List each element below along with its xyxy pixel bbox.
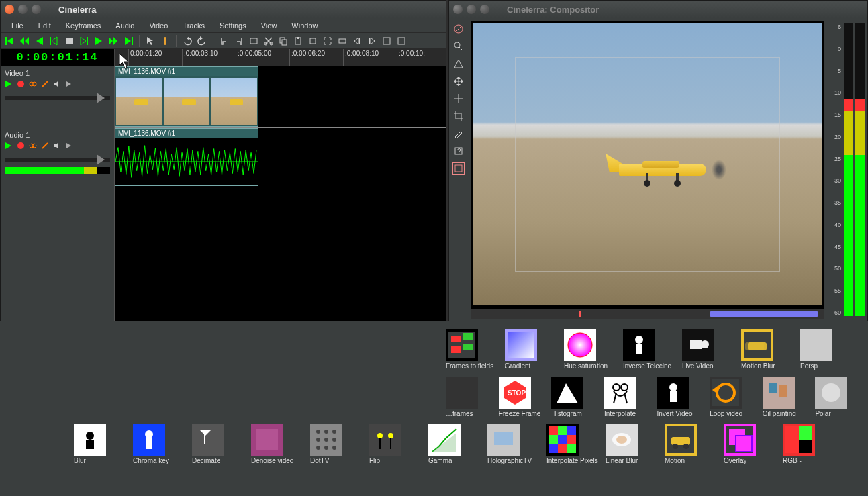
redo-icon[interactable]	[197, 36, 207, 46]
effect-item[interactable]: Motion	[665, 424, 721, 464]
svg-point-147	[673, 444, 678, 449]
camera-tool-icon[interactable]	[452, 75, 465, 88]
effect-item[interactable]: Chroma key	[133, 424, 189, 464]
effect-item[interactable]: Persp	[800, 329, 857, 370]
effect-item[interactable]: Linear Blur	[606, 424, 662, 464]
effect-item[interactable]: Motion Blur	[741, 329, 798, 370]
to-clip-icon[interactable]	[248, 36, 259, 46]
track-play-icon[interactable]	[5, 142, 13, 151]
arrow-tool-icon[interactable]	[145, 36, 156, 46]
track-fader[interactable]	[5, 96, 110, 100]
fast-forward-icon[interactable]	[108, 36, 119, 46]
effect-item[interactable]: Loop video	[710, 377, 760, 417]
titlesafe-icon[interactable]	[452, 162, 465, 175]
effect-item[interactable]: Frames to fields	[446, 329, 502, 370]
track-play-icon[interactable]	[5, 80, 13, 89]
effect-item[interactable]: Decimate	[192, 424, 248, 464]
menu-video[interactable]: Video	[144, 20, 173, 31]
effect-item[interactable]: Flip	[369, 424, 426, 464]
toolinfo-icon[interactable]: ?	[452, 144, 465, 158]
menu-window[interactable]: Window	[286, 20, 323, 31]
goto-end-icon[interactable]	[123, 36, 134, 46]
compositor-scrollbar[interactable]	[471, 309, 824, 319]
fit-icon[interactable]	[322, 36, 333, 46]
copy-icon[interactable]	[278, 36, 289, 46]
zoom-tool-icon[interactable]	[452, 40, 465, 53]
track-record-icon[interactable]	[17, 80, 25, 89]
effect-item[interactable]: Gradient	[505, 329, 561, 370]
track-gang-icon[interactable]	[29, 80, 37, 89]
ruler-ticks[interactable]: 0:00:01:20 :0:00:03:10 :0:00:05:00 :0:00…	[115, 49, 446, 66]
label-icon[interactable]	[307, 36, 318, 46]
rewind-icon[interactable]	[19, 36, 30, 46]
effect-item[interactable]: …frames	[446, 377, 496, 417]
effect-item[interactable]: HolographicTV	[487, 424, 544, 464]
goto-start-icon[interactable]	[5, 36, 15, 46]
track-draw-icon[interactable]	[41, 80, 49, 89]
track-mute-icon[interactable]	[53, 142, 61, 151]
window-max-icon[interactable]	[480, 5, 489, 14]
ibeam-tool-icon[interactable]	[160, 36, 171, 46]
track-expand-icon[interactable]	[65, 142, 73, 151]
track-fader[interactable]	[5, 158, 110, 162]
effect-item[interactable]: Invert Video	[657, 377, 708, 417]
track-expand-icon[interactable]	[65, 80, 73, 89]
effect-item[interactable]: Denoise video	[251, 424, 307, 464]
menu-view[interactable]: View	[256, 20, 283, 31]
track-mute-icon[interactable]	[53, 80, 61, 89]
effect-item[interactable]: Blur	[74, 424, 130, 464]
menu-keyframes[interactable]: Keyframes	[60, 20, 107, 31]
window-max-icon[interactable]	[32, 5, 41, 14]
window-close-icon[interactable]	[5, 5, 14, 14]
undo-icon[interactable]	[182, 36, 193, 46]
track-draw-icon[interactable]	[41, 142, 49, 151]
window-min-icon[interactable]	[467, 5, 476, 14]
effect-item[interactable]: Interpolate Pixels	[546, 424, 603, 464]
scrollbar-thumb[interactable]	[710, 311, 818, 317]
effect-item[interactable]: Hue saturation	[564, 329, 620, 370]
more1-icon[interactable]	[381, 36, 392, 46]
menu-tracks[interactable]: Tracks	[177, 20, 210, 31]
effect-item[interactable]: Gamma	[428, 424, 485, 464]
stop-icon[interactable]	[64, 36, 75, 46]
time-ruler[interactable]: 0:00:01:14 0:00:01:20 :0:00:03:10 :0:00:…	[1, 49, 446, 66]
effect-item[interactable]: Inverse Telecine	[623, 329, 679, 370]
crop-tool-icon[interactable]	[452, 109, 465, 123]
meter-tick: 25	[830, 156, 841, 162]
effect-item[interactable]: STOPFreeze Frame	[499, 377, 549, 417]
audio-meter-right	[855, 23, 865, 316]
menu-edit[interactable]: Edit	[33, 20, 56, 31]
play-reverse-icon[interactable]	[34, 36, 45, 46]
effect-item[interactable]: Polar	[815, 377, 865, 417]
compositor-canvas[interactable]	[471, 21, 824, 319]
paste-icon[interactable]	[293, 36, 303, 46]
in-point-icon[interactable]	[219, 36, 230, 46]
projector-tool-icon[interactable]	[452, 92, 465, 105]
next-label-icon[interactable]	[367, 36, 377, 46]
play-icon[interactable]	[93, 36, 104, 46]
track-record-icon[interactable]	[17, 142, 25, 151]
prev-label-icon[interactable]	[352, 36, 363, 46]
effect-item[interactable]: Overlay	[724, 424, 780, 464]
effect-item[interactable]: Histogram	[551, 377, 601, 417]
effect-item[interactable]: Oil painting	[763, 377, 813, 417]
frame-forward-icon[interactable]	[79, 36, 89, 46]
frame-back-icon[interactable]	[49, 36, 60, 46]
effect-item[interactable]: Live Video	[682, 329, 738, 370]
track-gang-icon[interactable]	[29, 142, 37, 151]
window-close-icon[interactable]	[453, 5, 463, 14]
mask-tool-icon[interactable]	[452, 57, 465, 70]
out-point-icon[interactable]	[234, 36, 244, 46]
menu-file[interactable]: File	[6, 20, 29, 31]
menu-settings[interactable]: Settings	[214, 20, 252, 31]
effect-item[interactable]: DotTV	[310, 424, 367, 464]
more2-icon[interactable]	[396, 36, 407, 46]
fit-autos-icon[interactable]	[337, 36, 348, 46]
effect-item[interactable]: RGB -	[783, 424, 839, 464]
effect-item[interactable]: Interpolate	[604, 377, 655, 417]
menu-audio[interactable]: Audio	[110, 20, 140, 31]
window-min-icon[interactable]	[18, 5, 28, 14]
protect-tool-icon[interactable]	[452, 22, 465, 36]
cut-icon[interactable]	[263, 36, 274, 46]
eyedrop-tool-icon[interactable]	[452, 127, 465, 140]
